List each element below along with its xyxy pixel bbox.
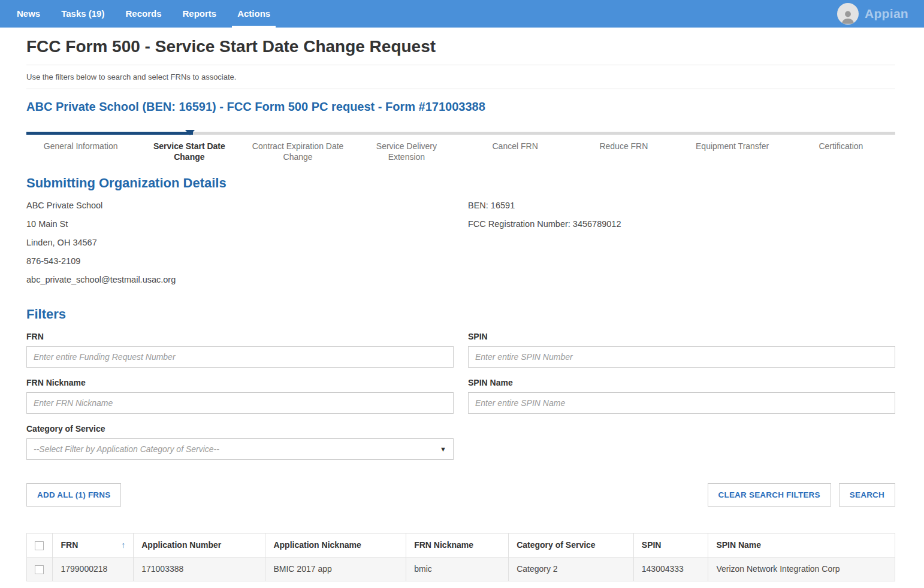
spin-input[interactable]	[468, 346, 895, 368]
org-name: ABC Private School	[26, 201, 454, 210]
select-all-cell	[27, 534, 53, 557]
org-details: ABC Private School 10 Main St Linden, OH…	[26, 201, 895, 293]
wizard-progress-fill	[26, 132, 193, 135]
select-all-checkbox[interactable]	[35, 541, 44, 550]
org-details-left: ABC Private School 10 Main St Linden, OH…	[26, 201, 454, 293]
frn-label: FRN	[26, 332, 454, 341]
org-email: abc_private_school@testmail.usac.org	[26, 275, 454, 284]
cell-spin: 143004333	[633, 557, 708, 581]
table-row: 1799000218 171003388 BMIC 2017 app bmic …	[27, 557, 895, 581]
wizard-step-reduce-frn[interactable]: Reduce FRN	[569, 141, 678, 162]
sort-asc-icon[interactable]: ↑	[121, 540, 125, 550]
wizard-step-cancel-frn[interactable]: Cancel FRN	[461, 141, 569, 162]
wizard-step-certification[interactable]: Certification	[787, 141, 895, 162]
frn-nickname-field: FRN Nickname	[26, 378, 454, 414]
table-header-row: FRN ↑ Application Number Application Nic…	[27, 534, 895, 557]
nav-menu: News Tasks (19) Records Reports Actions	[17, 0, 291, 28]
cell-application-nickname: BMIC 2017 app	[265, 557, 406, 581]
category-of-service-select[interactable]: --Select Filter by Application Category …	[26, 438, 454, 460]
cell-category-of-service: Category 2	[509, 557, 634, 581]
org-details-heading: Submitting Organization Details	[26, 175, 895, 191]
search-button[interactable]: SEARCH	[839, 483, 895, 507]
add-all-frns-button[interactable]: ADD ALL (1) FRNS	[26, 483, 121, 507]
divider	[26, 89, 895, 89]
nav-item-actions[interactable]: Actions	[237, 0, 270, 28]
column-header-category-of-service[interactable]: Category of Service	[509, 534, 634, 557]
wizard-step-contract-expiration-date-change[interactable]: Contract Expiration Date Change	[244, 141, 352, 162]
chevron-down-icon: ▼	[440, 445, 446, 453]
spin-name-label: SPIN Name	[468, 378, 895, 387]
page-title: FCC Form 500 - Service Start Date Change…	[26, 28, 895, 65]
app-window: News Tasks (19) Records Reports Actions …	[0, 0, 924, 588]
filters-form: FRN SPIN FRN Nickname SPIN Name Category…	[26, 332, 895, 470]
cell-frn: 1799000218	[53, 557, 134, 581]
org-address-line: 10 Main St	[26, 219, 454, 229]
org-fcc-registration-number: FCC Registration Number: 3456789012	[468, 219, 895, 229]
clear-search-filters-button[interactable]: CLEAR SEARCH FILTERS	[708, 483, 831, 507]
frn-field: FRN	[26, 332, 454, 368]
spin-label: SPIN	[468, 332, 895, 341]
row-select-cell	[27, 557, 53, 581]
user-avatar-icon	[840, 8, 856, 25]
cell-spin-name: Verizon Network Integration Corp	[708, 557, 895, 581]
wizard-step-equipment-transfer[interactable]: Equipment Transfer	[678, 141, 787, 162]
org-ben: BEN: 16591	[468, 201, 895, 210]
page-subtitle: Use the filters below to search and sele…	[26, 65, 895, 89]
column-header-application-number[interactable]: Application Number	[134, 534, 265, 557]
column-header-spin-name[interactable]: SPIN Name	[708, 534, 895, 557]
wizard-step-service-delivery-extension[interactable]: Service Delivery Extension	[352, 141, 461, 162]
wizard-steps: General Information Service Start Date C…	[26, 132, 895, 162]
cell-frn-nickname: bmic	[406, 557, 509, 581]
nav-item-tasks[interactable]: Tasks (19)	[61, 0, 104, 28]
frn-input[interactable]	[26, 346, 454, 368]
category-of-service-label: Category of Service	[26, 424, 454, 434]
appian-logo: Appian	[865, 7, 908, 21]
spin-field: SPIN	[468, 332, 895, 368]
frn-results-table: FRN ↑ Application Number Application Nic…	[26, 533, 895, 581]
org-phone: 876-543-2109	[26, 256, 454, 266]
frn-nickname-input[interactable]	[26, 392, 454, 414]
column-header-frn-label: FRN	[61, 540, 78, 550]
wizard-step-service-start-date-change[interactable]: Service Start Date Change	[135, 141, 243, 162]
category-of-service-value: --Select Filter by Application Category …	[34, 444, 440, 454]
frn-nickname-label: FRN Nickname	[26, 378, 454, 387]
nav-right: Appian	[837, 3, 908, 25]
wizard-step-general-information[interactable]: General Information	[26, 141, 135, 162]
page-content: FCC Form 500 - Service Start Date Change…	[0, 28, 924, 588]
column-header-frn-nickname[interactable]: FRN Nickname	[406, 534, 509, 557]
filters-heading: Filters	[26, 307, 895, 322]
category-of-service-field: Category of Service --Select Filter by A…	[26, 424, 454, 460]
spin-name-field: SPIN Name	[468, 378, 895, 414]
org-details-right: BEN: 16591 FCC Registration Number: 3456…	[468, 201, 895, 293]
wizard-progress-bar	[26, 132, 895, 135]
column-header-frn[interactable]: FRN ↑	[53, 534, 134, 557]
current-step-marker-icon	[185, 130, 195, 135]
wizard-step-labels: General Information Service Start Date C…	[26, 135, 895, 162]
top-nav: News Tasks (19) Records Reports Actions …	[0, 0, 924, 28]
row-checkbox[interactable]	[35, 565, 44, 574]
column-header-application-nickname[interactable]: Application Nickname	[265, 534, 406, 557]
org-city-state-zip: Linden, OH 34567	[26, 238, 454, 247]
spin-name-input[interactable]	[468, 392, 895, 414]
cell-application-number: 171003388	[134, 557, 265, 581]
nav-item-records[interactable]: Records	[125, 0, 161, 28]
form-heading: ABC Private School (BEN: 16591) - FCC Fo…	[26, 100, 895, 114]
filter-grid-spacer	[468, 424, 895, 460]
column-header-spin[interactable]: SPIN	[633, 534, 708, 557]
user-avatar[interactable]	[837, 3, 859, 25]
filter-actions: ADD ALL (1) FRNS CLEAR SEARCH FILTERS SE…	[26, 483, 895, 507]
nav-item-news[interactable]: News	[17, 0, 40, 28]
nav-item-reports[interactable]: Reports	[182, 0, 216, 28]
